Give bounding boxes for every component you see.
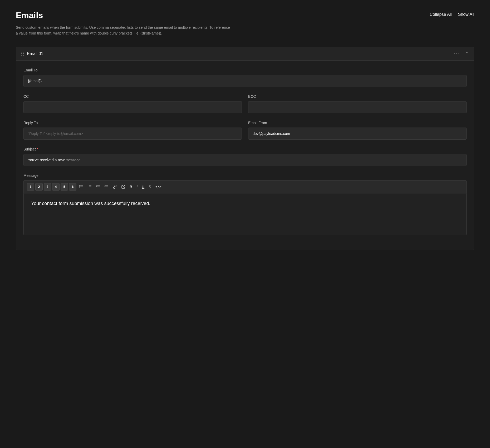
message-toolbar: 1 2 3 4 5 6 [23, 180, 467, 193]
subject-label: Subject* [23, 147, 467, 151]
unordered-list-button[interactable] [77, 183, 85, 191]
message-editor[interactable]: Your contact form submission was success… [23, 193, 467, 235]
indent-increase-button[interactable] [103, 183, 110, 191]
ordered-list-button[interactable]: 1 2 3 [86, 183, 93, 191]
svg-rect-12 [96, 186, 100, 186]
heading-4-button[interactable]: 4 [52, 183, 60, 191]
svg-rect-1 [80, 187, 83, 187]
heading-1-button[interactable]: 1 [27, 183, 34, 191]
bcc-label: BCC [248, 94, 467, 99]
email-card-header-right: ··· ⌃ [453, 51, 469, 57]
page-title: Emails [16, 11, 43, 20]
message-label: Message [23, 173, 467, 178]
svg-text:3: 3 [88, 187, 89, 188]
cc-input[interactable] [23, 101, 242, 113]
reply-to-input[interactable] [23, 128, 242, 140]
link-button[interactable] [111, 183, 119, 191]
email-card: Email 01 ··· ⌃ Email To CC BCC Reply To [16, 47, 474, 250]
heading-5-button[interactable]: 5 [61, 183, 68, 191]
reply-to-group: Reply To [23, 121, 242, 140]
svg-rect-7 [89, 187, 91, 187]
heading-2-button[interactable]: 2 [35, 183, 43, 191]
subject-group: Subject* [23, 147, 467, 166]
page-header: Emails Collapse All Show All [16, 11, 474, 20]
reply-to-email-from-row: Reply To Email From [23, 121, 467, 147]
code-button[interactable]: </> [154, 183, 163, 191]
cc-label: CC [23, 94, 242, 99]
svg-rect-8 [89, 188, 91, 188]
more-options-button[interactable]: ··· [453, 51, 460, 56]
heading-6-button[interactable]: 6 [69, 183, 76, 191]
reply-to-label: Reply To [23, 121, 242, 125]
email-card-header: Email 01 ··· ⌃ [16, 47, 474, 61]
collapse-card-button[interactable]: ⌃ [465, 51, 469, 57]
bcc-input[interactable] [248, 101, 467, 113]
email-to-label: Email To [23, 68, 467, 72]
svg-rect-2 [80, 188, 83, 188]
cc-bcc-row: CC BCC [23, 94, 467, 121]
svg-point-5 [79, 187, 80, 188]
heading-3-button[interactable]: 3 [44, 183, 51, 191]
message-content: Your contact form submission was success… [31, 200, 459, 207]
svg-rect-14 [96, 188, 100, 188]
svg-rect-17 [105, 188, 108, 188]
underline-button[interactable]: U [140, 183, 146, 191]
bcc-group: BCC [248, 94, 467, 113]
header-actions: Collapse All Show All [430, 11, 474, 17]
show-all-button[interactable]: Show All [458, 12, 474, 17]
strikethrough-button[interactable]: S [147, 183, 153, 191]
subject-input[interactable] [23, 154, 467, 166]
email-card-title: Email 01 [27, 51, 43, 56]
svg-rect-0 [80, 186, 83, 186]
cc-group: CC [23, 94, 242, 113]
svg-rect-13 [97, 187, 100, 187]
svg-rect-16 [105, 187, 108, 187]
svg-point-3 [79, 185, 80, 186]
bold-button[interactable]: B [128, 183, 134, 191]
email-to-group: Email To [23, 68, 467, 87]
message-group: Message 1 2 3 4 5 6 [23, 173, 467, 235]
svg-rect-15 [105, 186, 108, 186]
italic-button[interactable]: I [135, 183, 139, 191]
email-from-label: Email From [248, 121, 467, 125]
email-card-header-left: Email 01 [21, 51, 43, 56]
svg-rect-6 [89, 186, 91, 186]
svg-point-4 [79, 186, 80, 187]
drag-handle-icon[interactable] [21, 52, 24, 56]
collapse-all-button[interactable]: Collapse All [430, 12, 452, 17]
email-to-input[interactable] [23, 75, 467, 87]
subject-required-indicator: * [37, 147, 38, 151]
indent-decrease-button[interactable] [94, 183, 102, 191]
email-card-body: Email To CC BCC Reply To Email From [16, 61, 474, 250]
email-from-group: Email From [248, 121, 467, 140]
email-from-input[interactable] [248, 128, 467, 140]
page-description: Send custom emails when the form submits… [16, 25, 232, 36]
external-link-button[interactable] [120, 183, 127, 191]
